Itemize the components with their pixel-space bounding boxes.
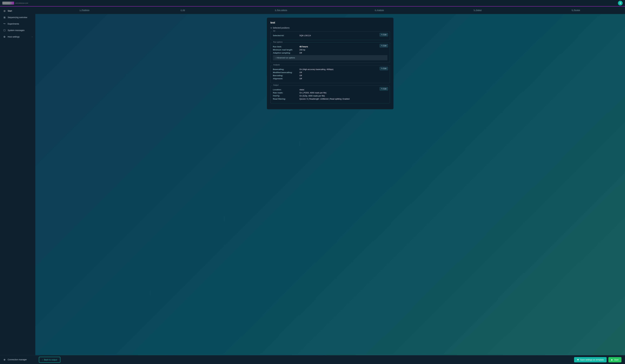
run-options-section-label: Run options	[272, 41, 283, 43]
sidebar-item-sequencing-overview[interactable]: ⊞ Sequencing overview	[0, 14, 35, 21]
sidebar-item-connection-manager[interactable]: ⊕ Connection manager	[0, 356, 35, 363]
sidebar-item-label: Sequencing overview	[8, 16, 27, 19]
sidebar: ⊙ Start ⊞ Sequencing overview 〜 Experime…	[0, 6, 35, 364]
analysis-edit-button[interactable]: ✎ Edit	[380, 67, 388, 70]
min-read-length-row: Minimum read length: 200 bp	[273, 49, 387, 51]
analysis-section: Analysis ✎ Edit Basecalling: On (High-ac…	[270, 65, 390, 83]
bottom-bar-right: ⬒ Save settings as template ▶ Start	[574, 357, 622, 362]
top-bar: ont-minknow-core S	[0, 0, 625, 6]
play-icon: ▶	[611, 359, 613, 361]
read-filtering-row: Read filtering: Qscore: 9 | Readlength: …	[273, 98, 387, 100]
min-read-length-value: 200 bp	[299, 49, 305, 51]
adaptive-sampling-label: Adaptive sampling:	[273, 52, 299, 54]
sidebar-bottom: ⊕ Connection manager	[0, 355, 35, 364]
start-label: Start	[614, 359, 619, 361]
advanced-run-options-bar[interactable]: › Advanced run options	[273, 55, 387, 60]
fastq-row: FASTQ: On (GZip, 4000 reads per file)	[273, 95, 387, 97]
sidebar-item-label: Connection manager	[8, 358, 27, 361]
edit-icon: ✎	[381, 88, 383, 90]
sidebar-item-label: Host settings	[8, 36, 20, 38]
basecalling-row: Basecalling: On (High-accuracy basecalli…	[273, 68, 387, 70]
selected-positions-header[interactable]: ∨ Selected positions	[270, 27, 390, 29]
save-settings-button[interactable]: ⬒ Save settings as template	[574, 357, 607, 362]
sidebar-item-start[interactable]: ⊙ Start	[0, 8, 35, 14]
sidebar-item-system-messages[interactable]: ☐ System messages	[0, 27, 35, 33]
back-label: Back to output	[44, 359, 57, 361]
location-value: /data/.	[299, 88, 305, 91]
user-avatar[interactable]: S	[618, 1, 623, 5]
step-review[interactable]: 6. Review	[527, 6, 625, 14]
back-to-output-button[interactable]: ‹ Back to output	[39, 357, 60, 363]
bottom-bar: ‹ Back to output ⬒ Save settings as temp…	[35, 355, 625, 364]
run-limit-label: Run limit:	[273, 46, 299, 48]
top-bar-left: ont-minknow-core	[2, 2, 28, 4]
advanced-run-options-label: Advanced run options	[277, 57, 295, 59]
step-run-options[interactable]: 3. Run options	[232, 6, 330, 14]
alignment-label: Alignment:	[273, 78, 299, 80]
kit-selected-kit-row: Selected kit: SQK-LSK114	[273, 34, 387, 37]
kit-edit-button[interactable]: ✎ Edit	[380, 33, 388, 36]
barcoding-value: Off	[299, 74, 302, 77]
read-filtering-value: Qscore: 9 | Readlength: Unfiltered | Rea…	[299, 98, 350, 100]
start-button[interactable]: ▶ Start	[608, 357, 622, 362]
run-limit-row: Run limit: 48 hours	[273, 45, 387, 48]
app-logo	[2, 2, 14, 4]
output-edit-label: Edit	[383, 88, 386, 90]
sidebar-item-host-settings[interactable]: ⚙ Host settings ›	[0, 33, 35, 40]
step-nav: 1. Positions 2. Kit 3. Run options 4. An…	[35, 6, 625, 14]
alignment-value: Off	[299, 78, 302, 80]
grid-icon: ⊞	[3, 16, 6, 19]
step-output[interactable]: 5. Output	[429, 6, 527, 14]
review-card: test ∨ Selected positions Kit ✎ Edit Sel	[267, 18, 393, 109]
selected-positions-label: Selected positions	[273, 27, 289, 29]
sidebar-item-label: System messages	[8, 29, 25, 31]
modified-basecalling-value: Off	[299, 71, 302, 74]
main-layout: ⊙ Start ⊞ Sequencing overview 〜 Experime…	[0, 6, 625, 364]
raw-reads-label: Raw reads:	[273, 92, 299, 94]
output-edit-button[interactable]: ✎ Edit	[380, 87, 388, 91]
adaptive-sampling-value: Off	[299, 52, 302, 54]
settings-icon: ⚙	[3, 35, 6, 38]
raw-reads-row: Raw reads: On (.POD5, 4000 reads per fil…	[273, 92, 387, 94]
run-limit-value: 48 hours	[299, 45, 308, 48]
min-read-length-label: Minimum read length:	[273, 49, 299, 51]
read-filtering-label: Read filtering:	[273, 98, 299, 100]
analysis-section-label: Analysis	[272, 64, 281, 66]
kit-section: Kit ✎ Edit Selected kit: SQK-LSK114	[270, 31, 390, 40]
analysis-section-content: ✎ Edit Basecalling: On (High-accuracy ba…	[271, 65, 390, 83]
run-options-edit-button[interactable]: ✎ Edit	[380, 44, 388, 48]
save-label: Save settings as template	[580, 359, 604, 361]
basecalling-label: Basecalling:	[273, 68, 299, 70]
chevron-right-icon: ›	[32, 36, 32, 38]
sidebar-item-experiments[interactable]: 〜 Experiments	[0, 21, 35, 27]
save-icon: ⬒	[577, 359, 579, 361]
edit-icon: ✎	[381, 34, 383, 36]
output-section-label: Output	[272, 84, 279, 86]
chevron-right-icon: ›	[275, 57, 276, 59]
connection-icon: ⊕	[3, 358, 6, 361]
run-options-section-content: ✎ Edit Run limit: 48 hours Minimum read …	[271, 43, 390, 63]
step-positions[interactable]: 1. Positions	[35, 6, 134, 14]
output-section: Output ✎ Edit Location: /data/. Raw read…	[270, 85, 390, 103]
adaptive-sampling-row: Adaptive sampling: Off	[273, 52, 387, 54]
edit-icon: ✎	[381, 67, 383, 70]
main-content: test ∨ Selected positions Kit ✎ Edit Sel	[35, 14, 625, 355]
alignment-row: Alignment: Off	[273, 78, 387, 80]
barcoding-label: Barcoding:	[273, 74, 299, 77]
fastq-label: FASTQ:	[273, 95, 299, 97]
fastq-value: On (GZip, 4000 reads per file)	[299, 95, 325, 97]
edit-icon: ✎	[381, 45, 383, 47]
barcoding-row: Barcoding: Off	[273, 74, 387, 77]
basecalling-value: On (High-accuracy basecalling, 400bps)	[299, 68, 333, 70]
analysis-edit-label: Edit	[383, 67, 386, 70]
chevron-down-icon: ∨	[270, 27, 272, 29]
step-kit[interactable]: 2. Kit	[134, 6, 232, 14]
location-label: Location:	[273, 88, 299, 91]
step-analysis[interactable]: 4. Analysis	[330, 6, 429, 14]
content-area: 1. Positions 2. Kit 3. Run options 4. An…	[35, 6, 625, 364]
kit-selected-kit-label: Selected kit:	[273, 34, 299, 37]
modified-basecalling-row: Modified basecalling: Off	[273, 71, 387, 74]
run-options-edit-label: Edit	[383, 45, 386, 47]
raw-reads-value: On (.POD5, 4000 reads per file)	[299, 92, 326, 94]
app-subtitle: ont-minknow-core	[15, 2, 28, 4]
